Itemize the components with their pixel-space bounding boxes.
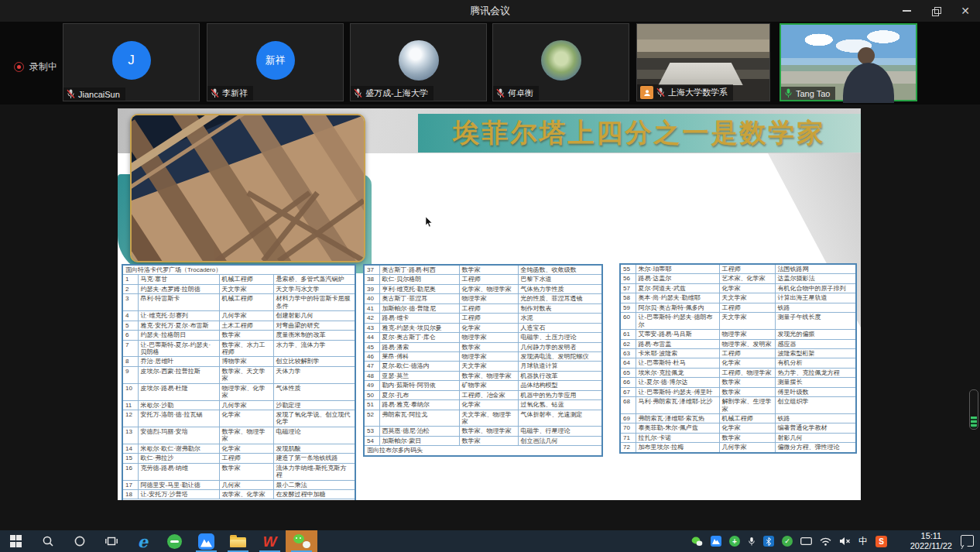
recording-dot-icon — [14, 62, 24, 72]
bluetooth-tray-icon[interactable] — [763, 536, 774, 547]
taskbar: eW +✓中S 15:11 2022/11/22 — [0, 530, 980, 552]
tencent-meeting-icon[interactable] — [190, 530, 222, 552]
task-view-icon[interactable] — [95, 530, 127, 552]
cell-contribution: 电磁学、行星理论 — [518, 427, 602, 436]
cell-contribution: 测量子午线长度 — [775, 313, 856, 330]
wps-office-icon[interactable]: W — [254, 530, 286, 552]
cell-contribution: 波隆索型桁架 — [775, 348, 856, 358]
cell-profession: 数学家 — [459, 436, 518, 445]
start-icon[interactable] — [0, 530, 32, 552]
cell-profession: 几何学家 — [219, 311, 273, 321]
table-row: 面向拉布尔多内码头 — [364, 446, 602, 456]
wechat-tray-icon[interactable] — [691, 537, 703, 547]
cell-profession: 工程师、冶金家 — [459, 390, 518, 399]
table-row: 60 让-巴蒂斯特·约瑟夫·德朗布尔 天文学家 测量子午线长度 — [620, 313, 856, 330]
cell-name: 朱尔·珀蒂耶 — [636, 264, 719, 274]
green-browser-icon[interactable] — [159, 530, 190, 552]
sogou-tray-icon[interactable]: S — [875, 536, 887, 547]
cell-contribution: 气体热力学性质 — [518, 284, 602, 293]
cell-name: 奥本·尚·约瑟夫·勒维耶 — [636, 293, 719, 303]
participant-name-label: JiancaiSun — [63, 87, 125, 101]
cell-profession: 工程师、物理学家 — [719, 368, 775, 377]
participant-name: 何卓衡 — [508, 87, 533, 99]
table-row: 面向格勒纳勒 — [122, 499, 355, 500]
cell-name: 路易·潘索 — [379, 342, 459, 351]
cell-contribution: 气体性质 — [273, 383, 355, 400]
table-row: 42 路易·维卡 工程师 水泥 — [364, 314, 602, 323]
participant-tile[interactable]: 何卓衡 — [492, 23, 629, 101]
video-strip: 录制中 J JiancaiSun新祥 李新祥 盛万成-上海大学 何卓衡 上海大学… — [0, 22, 980, 105]
table-row: 45 路易·潘索 数学家 几何静力学的发明者 — [364, 342, 602, 351]
cell-number: 56 — [620, 274, 636, 283]
cell-number: 47 — [364, 362, 379, 371]
clock-time: 15:11 — [910, 531, 952, 541]
cell-number: 17 — [122, 480, 138, 489]
cell-number: 60 — [620, 313, 636, 330]
participant-tile[interactable]: 盛万成-上海大学 — [350, 23, 487, 101]
table-caption: 面向特洛卡代罗广场（Trocadéro） — [122, 265, 355, 275]
cell-number: 11 — [122, 400, 138, 410]
cell-name: 阿德里安-马里·勒让德 — [138, 480, 219, 489]
close-button[interactable]: ✕ — [951, 0, 980, 22]
minimize-button[interactable] — [892, 0, 921, 22]
restore-button[interactable] — [921, 0, 951, 22]
table-row: 4 让·维克托·彭赛列 几何学家 创建射影几何 — [122, 311, 355, 321]
cell-number: 6 — [122, 331, 138, 340]
microphone-tray-icon[interactable] — [748, 537, 756, 547]
notification-center-icon[interactable] — [961, 535, 974, 547]
cell-number: 61 — [620, 330, 636, 339]
cell-profession: 工程师 — [219, 454, 273, 463]
slide-title-banner: 埃菲尔塔上四分之一是数学家 — [418, 114, 861, 153]
table-row: 66 让-夏尔·德·博尔达 数学家 测量摆长 — [620, 378, 856, 387]
system-clock[interactable]: 15:11 2022/11/22 — [910, 531, 952, 551]
cell-number: 55 — [620, 264, 636, 274]
cell-name: 加斯帕尔·蒙日 — [379, 436, 459, 445]
cell-contribution: 计算出海王星轨道 — [775, 293, 856, 303]
cell-profession: 数学家 — [459, 265, 518, 275]
defender-tray-icon[interactable]: ✓ — [782, 536, 793, 547]
cell-profession: 机械工程师 — [219, 275, 273, 284]
cell-contribution: 创立组织学 — [775, 397, 856, 414]
cell-contribution: 发现肌酸 — [273, 444, 355, 453]
cortana-icon[interactable] — [63, 530, 95, 552]
participant-tile[interactable]: J JiancaiSun — [63, 23, 200, 101]
search-icon[interactable] — [32, 530, 63, 552]
presentation-slide: 埃菲尔塔上四分之一是数学家 面向特洛卡代罗广场（Trocadéro） 1 马克·… — [118, 108, 861, 500]
cell-profession: 化学家 — [719, 423, 775, 433]
green-app-tray-icon[interactable]: + — [729, 536, 740, 547]
cell-profession: 工程师 — [719, 348, 775, 358]
cell-number: 8 — [122, 357, 138, 366]
cell-contribution: 铁路 — [775, 414, 856, 423]
volume-muted-tray-icon[interactable] — [839, 537, 851, 546]
cell-contribution: 测量摆长 — [775, 378, 856, 387]
table-row: 13 安德烈-玛丽·安培 数学家、物理学家 电磁理论 — [122, 427, 355, 444]
table-row: 14 米歇尔·欧仁·谢弗勒尔 化学家 发现肌酸 — [122, 444, 355, 453]
cell-number: 7 — [122, 340, 138, 357]
cell-number: 1 — [122, 275, 138, 284]
mic-muted-icon — [656, 87, 665, 98]
cell-profession: 几何学家 — [219, 400, 273, 410]
table-row: 55 朱尔·珀蒂耶 工程师 法国铁路网 — [620, 264, 856, 274]
cell-name: 昂利·特雷斯卡 — [138, 294, 219, 311]
cell-number: 53 — [364, 427, 379, 436]
participant-name: 上海大学数学系 — [668, 87, 728, 98]
table-row: 面向特洛卡代罗广场（Trocadéro） — [122, 265, 355, 275]
participant-tile[interactable]: 上海大学数学系 — [636, 23, 770, 101]
cell-name: 弗朗索瓦·泽维耶·索瓦热 — [636, 414, 719, 423]
tencent-meeting-tray-icon[interactable] — [711, 536, 721, 547]
wifi-tray-icon[interactable] — [820, 537, 831, 546]
table-footer: 面向格勒纳勒 — [122, 499, 355, 500]
participant-tile[interactable]: 新祥 李新祥 — [207, 23, 344, 101]
cell-contribution: 对弯曲梁的研究 — [273, 321, 355, 330]
cell-profession: 几何学家 — [719, 443, 775, 453]
wechat-icon[interactable] — [286, 530, 317, 552]
cell-name: 加斯帕尔·德·普隆尼 — [379, 303, 459, 313]
cell-contribution: 发现了氧化学说、创立现代化学 — [273, 410, 355, 427]
clock-date: 2022/11/22 — [910, 541, 952, 551]
device-tray-icon[interactable] — [800, 537, 812, 545]
edge-icon[interactable]: e — [127, 530, 159, 552]
file-explorer-icon[interactable] — [222, 530, 254, 552]
participant-tile[interactable]: Tang Tao — [780, 23, 917, 101]
cell-contribution: 发现涡电流、发明陀螺仪 — [518, 351, 602, 361]
ime-zh-tray-icon[interactable]: 中 — [858, 535, 868, 548]
